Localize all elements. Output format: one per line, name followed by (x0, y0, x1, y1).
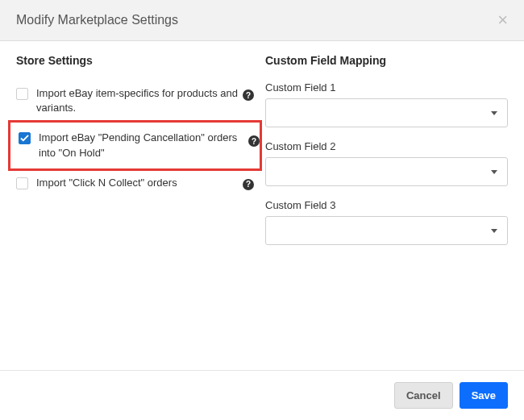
modal-header: Modify Marketplace Settings × (0, 0, 524, 41)
check-icon (20, 134, 29, 143)
custom-field-3-group: Custom Field 3 (265, 199, 508, 245)
modal-body: Store Settings Import eBay item-specific… (0, 41, 524, 364)
help-icon[interactable]: ? (248, 135, 260, 147)
modal-footer: Cancel Save (0, 370, 524, 420)
custom-field-1-select[interactable] (265, 98, 508, 127)
checkbox-pending-cancellation[interactable] (19, 132, 31, 144)
custom-field-1-group: Custom Field 1 (265, 81, 508, 127)
select-value (276, 167, 491, 177)
custom-field-mapping-column: Custom Field Mapping Custom Field 1 Cust… (265, 54, 508, 364)
checkbox-label: Import eBay item-specifics for products … (36, 86, 238, 115)
chevron-down-icon (491, 111, 497, 115)
save-button[interactable]: Save (460, 382, 508, 409)
checkbox-row-import-item-specifics: Import eBay item-specifics for products … (16, 81, 259, 120)
custom-field-2-label: Custom Field 2 (265, 140, 508, 152)
checkbox-label: Import eBay "Pending Cancellation" order… (39, 131, 239, 160)
checkbox-row-pending-cancellation: Import eBay "Pending Cancellation" order… (8, 120, 262, 170)
store-settings-heading: Store Settings (16, 54, 259, 67)
chevron-down-icon (491, 170, 497, 174)
custom-field-mapping-heading: Custom Field Mapping (265, 54, 508, 67)
custom-field-2-select[interactable] (265, 157, 508, 186)
close-icon: × (497, 10, 508, 30)
checkbox-click-n-collect[interactable] (16, 177, 28, 189)
cancel-button[interactable]: Cancel (394, 382, 453, 409)
close-button[interactable]: × (497, 11, 508, 29)
help-icon[interactable]: ? (243, 179, 254, 190)
checkbox-label: Import "Click N Collect" orders (36, 176, 177, 190)
select-value (276, 226, 491, 236)
custom-field-3-label: Custom Field 3 (265, 199, 508, 211)
store-settings-column: Store Settings Import eBay item-specific… (16, 54, 259, 364)
help-icon[interactable]: ? (243, 89, 254, 101)
modal-title: Modify Marketplace Settings (16, 13, 178, 27)
checkbox-import-item-specifics[interactable] (16, 88, 28, 100)
checkbox-row-click-n-collect: Import "Click N Collect" orders ? (16, 171, 259, 195)
select-value (276, 108, 491, 119)
custom-field-1-label: Custom Field 1 (265, 81, 508, 94)
custom-field-2-group: Custom Field 2 (265, 140, 508, 186)
chevron-down-icon (491, 229, 497, 233)
custom-field-3-select[interactable] (265, 216, 508, 245)
